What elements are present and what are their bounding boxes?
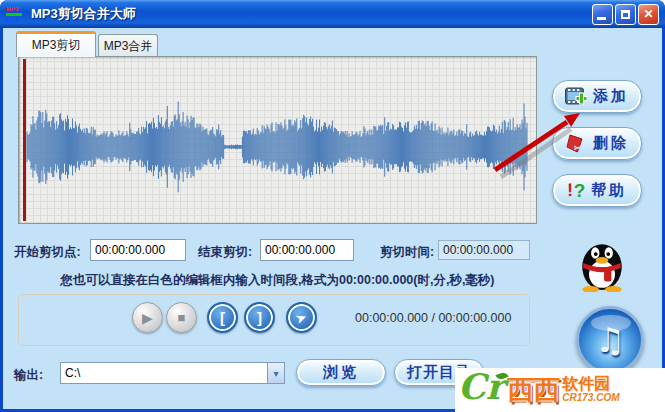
waveform-panel[interactable] (18, 56, 537, 224)
help-button[interactable]: ! ? 帮助 (552, 174, 642, 207)
start-cut-input[interactable] (90, 239, 186, 261)
add-button[interactable]: 添加 (552, 80, 642, 113)
jump-arrow-icon: ➤ (294, 309, 308, 326)
maximize-button[interactable] (615, 4, 636, 25)
add-film-icon (565, 87, 587, 107)
svg-text:✂: ✂ (574, 143, 585, 153)
window-title: MP3剪切合并大师 (31, 5, 136, 23)
mark-end-button[interactable]: ] (244, 302, 275, 333)
cut-length-label: 剪切时间: (380, 244, 434, 261)
output-label: 输出: (14, 367, 43, 384)
bracket-open-icon: [ (220, 309, 225, 326)
playhead-marker[interactable] (23, 59, 26, 221)
jump-to-marker-button[interactable]: ➤ (286, 302, 317, 333)
client-area: MP3剪切 MP3合并 开始剪切点: 结束剪切: 剪切时间: 00:00:00.… (3, 28, 662, 409)
end-cut-label: 结束剪切: (198, 244, 252, 261)
tab-mp3-cut[interactable]: MP3剪切 (16, 31, 96, 57)
start-cut-label: 开始剪切点: (14, 244, 81, 261)
maximize-icon (621, 10, 630, 19)
stop-icon: ■ (178, 310, 186, 325)
watermark-brand: 西西 (507, 372, 559, 408)
minimize-icon (597, 17, 606, 20)
tab-mp3-merge[interactable]: MP3合并 (98, 34, 158, 57)
app-window: MP3 CUT MP3剪切合并大师 ✕ MP3剪切 MP3合并 (0, 0, 665, 412)
watermark-site: CR173.COM (562, 393, 619, 404)
minimize-button[interactable] (592, 4, 613, 25)
title-bar[interactable]: MP3 CUT MP3剪切合并大师 ✕ (0, 0, 665, 28)
play-icon: ▶ (142, 310, 153, 326)
watermark-park: 软件园 (562, 376, 619, 393)
output-path-combo[interactable]: ▾ (60, 362, 285, 384)
output-path-input[interactable] (61, 363, 267, 383)
app-icon: MP3 CUT (6, 5, 26, 23)
music-logo-icon: ♫ (576, 306, 644, 374)
end-cut-input[interactable] (260, 239, 354, 261)
close-button[interactable]: ✕ (638, 4, 659, 25)
playback-time-display: 00:00:00.000 / 00:00:00.000 (355, 311, 525, 325)
bracket-close-icon: ] (257, 309, 262, 326)
watermark-cr-logo: Cr (458, 371, 504, 403)
qq-penguin-icon[interactable] (578, 238, 626, 292)
close-icon: ✕ (643, 7, 653, 21)
help-icon: ! ? (567, 180, 586, 202)
delete-button[interactable]: ✂ 删除 (552, 127, 642, 160)
play-button[interactable]: ▶ (132, 302, 163, 333)
chevron-down-icon: ▾ (273, 368, 278, 379)
stop-button[interactable]: ■ (166, 302, 197, 333)
watermark: Cr 西西 软件园 CR173.COM (455, 368, 665, 412)
time-format-hint: 您也可以直接在白色的编辑框内输入时间段,格式为00:00:00.000(时,分,… (18, 272, 537, 289)
delete-icon: ✂ (565, 134, 587, 154)
waveform-graphic (19, 57, 536, 223)
mark-start-button[interactable]: [ (207, 302, 238, 333)
browse-button[interactable]: 浏览 (296, 359, 386, 386)
cut-length-value: 00:00:00.000 (438, 240, 530, 260)
combo-dropdown-button[interactable]: ▾ (267, 363, 284, 383)
screenshot-stage: MP3 CUT MP3剪切合并大师 ✕ MP3剪切 MP3合并 (0, 0, 665, 412)
